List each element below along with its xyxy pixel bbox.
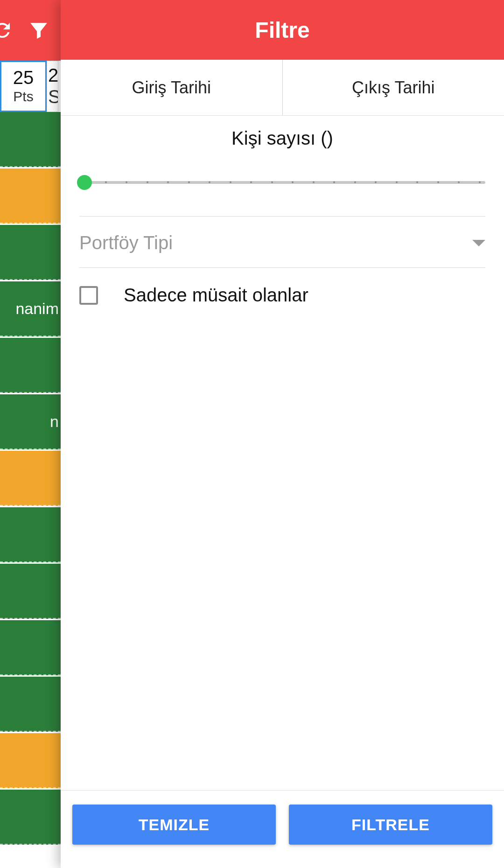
divider (79, 216, 485, 217)
filter-header: Filtre (61, 0, 504, 60)
date-number: 2 (48, 66, 58, 84)
date-day: Pts (13, 89, 33, 105)
clear-button[interactable]: TEMIZLE (72, 805, 276, 845)
available-only-row[interactable]: Sadece müsait olanlar (79, 285, 485, 306)
filter-drawer: Filtre Giriş Tarihi Çıkış Tarihi Kişi sa… (61, 0, 504, 868)
dropdown-placeholder: Portföy Tipi (79, 232, 173, 253)
availability-block[interactable] (0, 507, 61, 562)
slider-track (79, 181, 485, 184)
refresh-icon[interactable] (0, 19, 14, 42)
date-range-tabs: Giriş Tarihi Çıkış Tarihi (61, 60, 504, 116)
availability-block[interactable] (0, 564, 61, 619)
availability-block[interactable] (0, 225, 61, 280)
availability-block[interactable]: n (0, 394, 61, 449)
filter-title: Filtre (255, 17, 309, 43)
availability-block[interactable] (0, 168, 61, 224)
calendar-date-cell[interactable]: 25 Pts (0, 61, 47, 112)
calendar-block-column: nanimn (0, 112, 61, 868)
availability-block-label: n (50, 413, 59, 431)
date-number: 25 (13, 68, 34, 87)
person-count-slider[interactable] (61, 154, 504, 197)
apply-filter-button[interactable]: FILTRELE (289, 805, 492, 845)
availability-block[interactable] (0, 620, 61, 675)
calendar-date-cell[interactable]: 2 S (47, 61, 58, 112)
available-only-checkbox[interactable] (79, 286, 98, 305)
available-only-label: Sadece müsait olanlar (124, 285, 308, 306)
calendar-date-strip: 25 Pts 2 S (0, 61, 63, 112)
person-count-text: Kişi sayısı (231, 128, 315, 148)
availability-block[interactable] (0, 112, 61, 167)
availability-block[interactable] (0, 733, 61, 788)
availability-block[interactable] (0, 677, 61, 732)
availability-block-label: nanim (15, 300, 59, 318)
person-count-label: Kişi sayısı () (61, 116, 504, 154)
availability-block[interactable] (0, 790, 61, 845)
date-day: S (48, 86, 58, 107)
portfolio-type-dropdown[interactable]: Portföy Tipi (79, 232, 485, 268)
checkout-date-tab[interactable]: Çıkış Tarihi (282, 60, 504, 115)
filter-icon[interactable] (27, 19, 50, 42)
availability-block[interactable] (0, 338, 61, 393)
checkin-date-tab[interactable]: Giriş Tarihi (61, 60, 282, 115)
filter-footer: TEMIZLE FILTRELE (61, 790, 504, 868)
availability-block[interactable] (0, 451, 61, 506)
availability-block[interactable]: nanim (0, 281, 61, 336)
slider-thumb[interactable] (77, 175, 92, 190)
chevron-down-icon (472, 240, 485, 246)
